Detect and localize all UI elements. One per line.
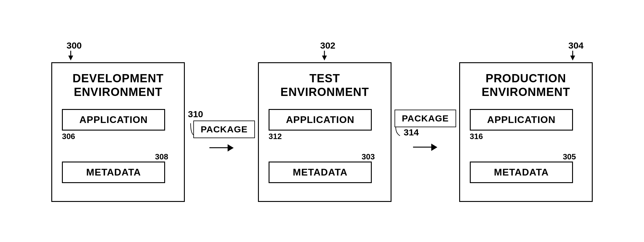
test-app-section: APPLICATION 312 [269,109,381,141]
package-1-ref: 310 [188,109,203,119]
ref-304-block: 304 [568,40,584,60]
test-meta-box: METADATA [269,162,372,183]
connector-2: PACKAGE 314 [395,110,456,151]
prod-app-ref: 316 [470,132,483,141]
ref-302-arrow [320,51,329,60]
package-2-box: PACKAGE [395,110,456,127]
test-env-box: TEST ENVIRONMENT APPLICATION 312 303 [258,62,391,202]
prod-two-labels: 305 [470,152,582,162]
arrow-head-1 [228,144,234,152]
test-meta-section: 303 METADATA [269,152,381,183]
prod-env-title: PRODUCTION ENVIRONMENT [482,72,570,99]
dev-app-section: APPLICATION 306 [62,109,174,141]
prod-meta-section: 305 METADATA [470,152,582,183]
svg-marker-3 [322,56,327,60]
package-2-curve [395,127,404,136]
dev-meta-section: 308 METADATA [62,152,174,183]
test-app-box: APPLICATION [269,109,372,131]
test-env-title: TEST ENVIRONMENT [280,72,369,99]
prod-env-wrapper: 304 PRODUCTION ENVIRONMENT APPLICATION 3… [459,40,593,202]
prod-env-inner: APPLICATION 316 305 METADATA [470,109,582,183]
test-env-inner: APPLICATION 312 303 METADATA [269,109,381,183]
prod-meta-ref: 305 [563,152,576,162]
ref-300-arrow [66,51,75,60]
line-seg-1a [209,147,228,148]
diagram-container: 300 DEVELOPMENT ENVIRONMENT APPLICATION … [34,15,610,227]
dev-app-label-row: 306 [62,132,75,141]
dev-app-ref: 306 [62,132,75,141]
line-seg-2a [413,147,431,148]
ref-304: 304 [568,40,584,51]
dev-two-labels: 308 [62,152,174,162]
package-2-wrapper: PACKAGE 314 [395,110,456,138]
ref-300-block: 300 [66,40,82,60]
ref-300: 300 [66,40,82,51]
arrow-head-2 [431,144,437,151]
dev-env-title: DEVELOPMENT ENVIRONMENT [73,72,164,99]
connector-2-arrow [413,144,437,151]
svg-marker-5 [570,56,575,60]
connector-1-arrow [209,144,234,152]
dev-env-inner: APPLICATION 306 308 METADATA [62,109,174,183]
dev-app-box: APPLICATION [62,109,165,131]
prod-app-box: APPLICATION [470,109,573,131]
package-1-curve [188,123,193,135]
dev-env-box: DEVELOPMENT ENVIRONMENT APPLICATION 306 … [51,62,185,202]
package-1-wrapper: 310 PACKAGE [188,109,255,138]
prod-app-label-row: 316 [470,132,483,141]
prod-meta-box: METADATA [470,162,573,183]
prod-env-box: PRODUCTION ENVIRONMENT APPLICATION 316 3… [459,62,593,202]
prod-app-section: APPLICATION 316 [470,109,582,141]
dev-env-wrapper: 300 DEVELOPMENT ENVIRONMENT APPLICATION … [51,40,185,202]
dev-meta-box: METADATA [62,162,165,183]
package-2-arrow-row: PACKAGE 314 [395,110,456,138]
connector-1: 310 PACKAGE [188,109,255,152]
package-2-ref: 314 [404,127,419,138]
ref-302-block: 302 [320,40,335,60]
test-env-wrapper: 302 TEST ENVIRONMENT APPLICATION 312 [258,40,391,202]
ref-304-arrow [568,51,577,60]
test-two-labels: 303 [269,152,381,162]
svg-marker-1 [68,56,73,60]
test-meta-ref: 303 [362,152,375,162]
test-app-ref: 312 [269,132,282,141]
package-1-box: PACKAGE [193,121,255,138]
package-1-arrow-row: PACKAGE [188,121,255,138]
dev-meta-ref: 308 [155,152,168,162]
ref-302: 302 [320,40,335,51]
test-app-label-row: 312 [269,132,282,141]
